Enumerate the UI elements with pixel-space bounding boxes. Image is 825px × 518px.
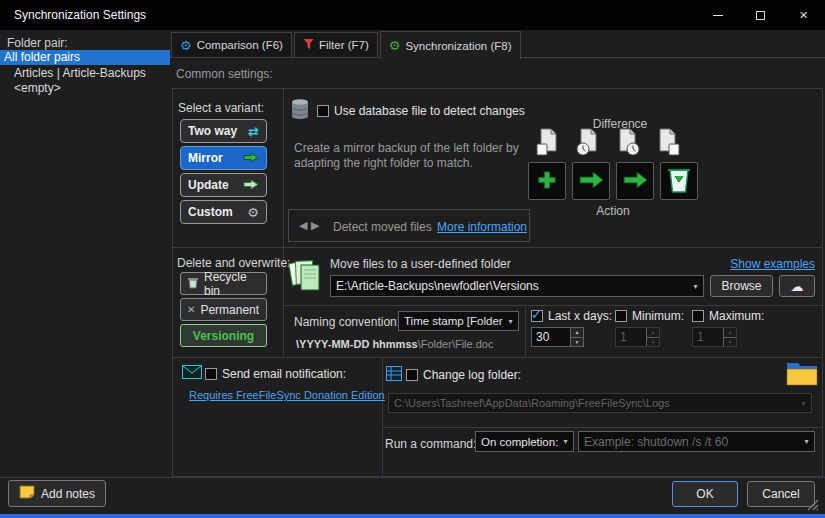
dropdown-icon[interactable]: ▾	[558, 437, 573, 446]
more-information-link[interactable]: More information	[437, 220, 527, 234]
moved-left-icon: ◀	[299, 219, 306, 232]
checkbox-box	[406, 369, 418, 381]
divider	[382, 358, 383, 477]
variant-custom-label: Custom	[188, 205, 233, 219]
maximize-icon	[756, 11, 765, 20]
command-when-combo[interactable]: On completion: ▾	[475, 431, 574, 452]
variant-custom-button[interactable]: Custom ⚙	[180, 200, 267, 224]
show-examples-link[interactable]: Show examples	[730, 257, 815, 271]
use-database-checkbox[interactable]: Use database file to detect changes	[317, 104, 525, 118]
action-create-button[interactable]	[528, 162, 566, 200]
command-combo[interactable]: ▾	[578, 431, 815, 452]
spin-down-button: ▼	[724, 338, 736, 347]
maximize-button[interactable]	[739, 0, 782, 30]
variant-mirror-button[interactable]: Mirror	[180, 146, 267, 170]
spin-up-button: ▲	[647, 328, 659, 338]
close-icon: ✕	[799, 9, 808, 22]
detect-moved-files-label[interactable]: Detect moved files	[333, 220, 432, 234]
minimum-checkbox[interactable]: Minimum:	[615, 309, 684, 323]
versioning-folder-path-value: E:\Article-Backups\newfodler\Versions	[331, 279, 688, 293]
recycle-bin-icon	[187, 276, 199, 292]
log-folder-button[interactable]	[786, 360, 818, 390]
spin-down-button[interactable]: ▼	[571, 338, 583, 347]
send-email-checkbox[interactable]: Send email notification:	[205, 367, 346, 381]
folder-pair-item-articles[interactable]: Articles | Article-Backups	[0, 66, 170, 81]
checkbox-box	[317, 105, 329, 117]
add-notes-label: Add notes	[41, 487, 95, 501]
ok-button[interactable]: OK	[672, 481, 738, 507]
versioning-button[interactable]: Versioning	[180, 324, 267, 347]
diff-left-newer-icon	[576, 128, 600, 159]
last-x-days-value: 30	[532, 328, 570, 346]
versioning-folder-combo[interactable]: E:\Article-Backups\newfodler\Versions ▾	[330, 275, 704, 297]
action-label: Action	[528, 204, 698, 218]
difference-icons	[536, 128, 680, 159]
cloud-button[interactable]: ☁	[779, 275, 815, 297]
folder-pair-item-all[interactable]: All folder pairs	[0, 50, 170, 65]
minimize-button[interactable]	[696, 0, 739, 30]
last-x-days-checkbox[interactable]: ✓ Last x days:	[531, 309, 612, 323]
recycle-trash-icon	[666, 166, 692, 197]
move-files-label: Move files to a user-defined folder	[330, 257, 511, 271]
cancel-button[interactable]: Cancel	[747, 481, 815, 507]
tab-filter-label: Filter (F7)	[319, 39, 369, 51]
comparison-gear-icon: ⚙	[180, 39, 192, 52]
update-arrow-icon	[243, 179, 259, 192]
spin-up-button[interactable]: ▲	[571, 328, 583, 338]
run-command-label: Run a command:	[385, 437, 476, 451]
delete-overwrite-label: Delete and overwrite:	[177, 256, 290, 270]
checkbox-box	[615, 310, 627, 322]
spin-up-button: ▲	[724, 328, 736, 338]
folder-pair-item-empty[interactable]: <empty>	[0, 81, 170, 96]
cancel-label: Cancel	[762, 487, 799, 501]
tab-filter[interactable]: Filter (F7)	[294, 32, 378, 58]
spin-down-button: ▼	[647, 338, 659, 347]
command-input[interactable]	[579, 435, 799, 449]
variant-two-way-label: Two way	[188, 124, 237, 138]
versioning-label: Versioning	[193, 329, 254, 343]
resize-grip[interactable]	[806, 498, 819, 514]
browse-label: Browse	[721, 279, 761, 293]
log-folder-path-value: C:\Users\Tashreef\AppData\Roaming\FreeFi…	[389, 397, 796, 409]
maximum-checkbox[interactable]: Maximum:	[692, 309, 764, 323]
dropdown-icon[interactable]: ▾	[799, 437, 814, 446]
divider	[173, 357, 822, 358]
dropdown-icon[interactable]: ▾	[503, 317, 518, 326]
variant-two-way-button[interactable]: Two way ⇄	[180, 119, 267, 143]
tab-comparison[interactable]: ⚙ Comparison (F6)	[171, 32, 292, 58]
titlebar[interactable]: Synchronization Settings ✕	[0, 0, 825, 30]
add-notes-icon	[19, 485, 35, 502]
diff-right-newer-icon	[616, 128, 640, 159]
mirror-arrow-icon	[243, 152, 259, 165]
footer-divider	[0, 477, 825, 478]
recycle-bin-button[interactable]: Recycle bin	[180, 272, 267, 295]
envelope-icon	[182, 365, 202, 382]
action-delete-button[interactable]	[660, 162, 698, 200]
last-x-days-spinner[interactable]: 30 ▲▼	[531, 327, 584, 347]
dropdown-icon[interactable]: ▾	[688, 282, 703, 291]
tab-synchronization[interactable]: ⚙ Synchronization (F8)	[380, 31, 521, 59]
add-notes-button[interactable]: Add notes	[8, 480, 106, 507]
variant-update-button[interactable]: Update	[180, 173, 267, 197]
naming-example-prefix: \YYYY-MM-DD hhmmss	[296, 338, 418, 350]
action-update-left-button[interactable]	[572, 162, 610, 200]
naming-convention-combo[interactable]: Time stamp [Folder] ▾	[398, 311, 519, 331]
versioning-stack-icon	[288, 256, 322, 301]
change-log-folder-label: Change log folder:	[423, 368, 521, 382]
divider	[284, 305, 823, 306]
taskbar-edge	[0, 514, 825, 518]
browse-button[interactable]: Browse	[710, 275, 773, 297]
permanent-button[interactable]: ✕ Permanent	[180, 298, 267, 321]
check-icon: ✓	[531, 307, 542, 322]
synchronization-settings-dialog: Synchronization Settings ✕ Folder pair: …	[0, 0, 825, 518]
change-log-folder-checkbox[interactable]: Change log folder:	[406, 368, 521, 382]
folder-pair-label: Folder pair:	[7, 36, 68, 50]
close-button[interactable]: ✕	[782, 0, 825, 30]
send-email-label: Send email notification:	[222, 367, 346, 381]
select-variant-label: Select a variant:	[178, 101, 264, 115]
minimum-label: Minimum:	[632, 309, 684, 323]
action-update-right-button[interactable]	[616, 162, 654, 200]
donation-edition-link[interactable]: Requires FreeFileSync Donation Edition	[189, 389, 385, 401]
action-buttons	[528, 162, 698, 200]
variant-update-label: Update	[188, 178, 229, 192]
